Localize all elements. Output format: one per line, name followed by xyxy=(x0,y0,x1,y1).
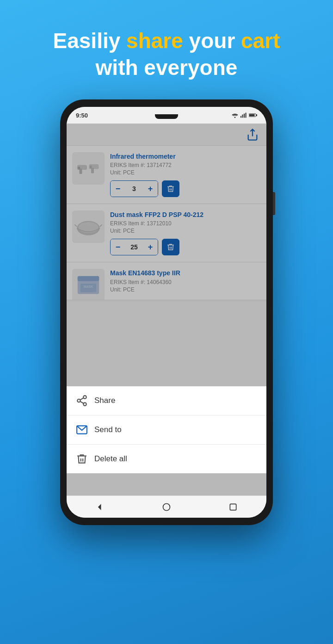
status-bar: 9:50 xyxy=(67,107,266,124)
home-circle-icon xyxy=(162,502,171,512)
menu-item-send-to[interactable]: Send to xyxy=(67,415,266,445)
recents-icon xyxy=(228,502,238,512)
wifi-icon xyxy=(231,112,239,118)
phone-mockup: 9:50 xyxy=(60,99,273,525)
svg-rect-2 xyxy=(242,115,243,118)
battery-icon xyxy=(249,112,257,118)
svg-rect-1 xyxy=(240,116,241,118)
svg-rect-3 xyxy=(244,114,245,118)
hero-suffix: your xyxy=(183,29,241,53)
svg-point-23 xyxy=(83,396,86,399)
hero-title: Easiliy share your cart with everyone xyxy=(35,28,299,81)
trash-menu-icon xyxy=(76,453,88,465)
svg-point-0 xyxy=(234,117,236,118)
svg-point-24 xyxy=(77,399,80,402)
nav-recents-button[interactable] xyxy=(224,501,242,514)
nav-back-button[interactable] xyxy=(91,501,109,514)
context-menu: Share Send to Delete a xyxy=(67,386,266,473)
status-icons xyxy=(231,112,257,118)
menu-item-delete-all[interactable]: Delete all xyxy=(67,445,266,473)
nav-home-button[interactable] xyxy=(157,501,176,514)
svg-point-30 xyxy=(163,503,170,510)
hero-prefix: Easiliy xyxy=(53,29,127,53)
svg-point-25 xyxy=(83,402,86,406)
side-button xyxy=(273,192,275,215)
status-time: 9:50 xyxy=(76,112,88,119)
signal-icon xyxy=(240,112,247,118)
menu-label-delete-all: Delete all xyxy=(94,454,127,464)
phone-bottom-nav xyxy=(67,495,266,518)
svg-line-26 xyxy=(80,402,83,403)
hero-highlight-cart: cart xyxy=(241,29,280,53)
svg-rect-7 xyxy=(256,114,257,116)
hero-line2: with everyone xyxy=(96,56,238,80)
hero-line1: Easiliy share your cart xyxy=(53,29,280,53)
svg-rect-6 xyxy=(249,114,255,117)
svg-line-27 xyxy=(80,398,83,400)
screen-content: Infrared thermometer ERIKS Item #: 13714… xyxy=(67,124,266,495)
svg-marker-29 xyxy=(98,504,101,510)
phone-screen: 9:50 xyxy=(67,107,266,518)
menu-label-send-to: Send to xyxy=(94,425,122,434)
menu-label-share: Share xyxy=(94,396,115,405)
hero-highlight-share: share xyxy=(126,29,183,53)
svg-rect-4 xyxy=(246,112,247,118)
back-icon xyxy=(95,502,105,512)
svg-rect-31 xyxy=(230,504,236,510)
mail-icon xyxy=(76,424,88,436)
menu-item-share[interactable]: Share xyxy=(67,386,266,415)
share-menu-icon xyxy=(76,395,88,407)
